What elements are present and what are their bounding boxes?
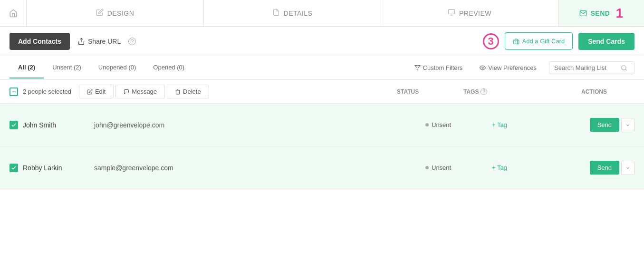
row2-expand-button[interactable] bbox=[621, 161, 634, 175]
filter-all-label: All (2) bbox=[18, 64, 35, 71]
row1-actions: Send bbox=[587, 118, 634, 132]
view-preferences-label: View Preferences bbox=[488, 64, 537, 71]
row2-checkbox[interactable] bbox=[10, 164, 18, 172]
custom-filters-button[interactable]: Custom Filters bbox=[406, 58, 471, 78]
search-mailing-container[interactable] bbox=[549, 61, 634, 74]
delete-label: Delete bbox=[183, 88, 201, 95]
tab-preview[interactable]: PREVIEW bbox=[381, 0, 558, 26]
tab-design[interactable]: DESIGN bbox=[27, 0, 204, 26]
row1-tag-button[interactable]: + Tag bbox=[492, 121, 587, 128]
details-icon bbox=[272, 9, 280, 18]
actions-header: Actions bbox=[581, 88, 607, 95]
row2-actions: Send bbox=[587, 161, 634, 175]
filter-tab-opened[interactable]: Opened (0) bbox=[144, 57, 193, 78]
deselect-all-button[interactable]: − bbox=[10, 88, 18, 96]
row1-status-dot bbox=[425, 123, 429, 126]
edit-button[interactable]: Edit bbox=[79, 85, 114, 98]
add-gift-card-button[interactable]: Add a Gift Card bbox=[505, 32, 573, 50]
tags-header: Tags bbox=[463, 88, 479, 95]
share-url-label: Share URL bbox=[88, 38, 121, 45]
send-label: SEND bbox=[591, 10, 610, 17]
checkmark-icon bbox=[11, 165, 17, 171]
checkmark-icon bbox=[11, 122, 17, 128]
row1-checkbox[interactable] bbox=[10, 121, 18, 129]
design-icon bbox=[96, 9, 104, 18]
chevron-down-icon bbox=[625, 165, 630, 170]
home-button[interactable] bbox=[0, 0, 27, 26]
search-mailing-input[interactable] bbox=[554, 64, 621, 71]
send-step-number: 1 bbox=[615, 7, 623, 20]
send-cards-button[interactable]: Send Cards bbox=[578, 33, 634, 50]
tags-help-icon[interactable]: ? bbox=[481, 88, 487, 95]
design-label: DESIGN bbox=[107, 10, 135, 17]
preview-label: PREVIEW bbox=[459, 10, 491, 17]
add-contacts-button[interactable]: Add Contacts bbox=[10, 33, 70, 50]
edit-label: Edit bbox=[95, 88, 106, 95]
row1-status: Unsent bbox=[425, 121, 492, 128]
row2-status-dot bbox=[425, 166, 429, 169]
add-gift-label: Add a Gift Card bbox=[522, 38, 565, 45]
top-navigation: DESIGN DETAILS PREVIEW SEND 1 bbox=[0, 0, 644, 27]
row2-status: Unsent bbox=[425, 164, 492, 171]
row1-email: john@greenvelope.com bbox=[94, 121, 425, 129]
svg-rect-0 bbox=[448, 10, 454, 14]
filter-bar: All (2) Unsent (2) Unopened (0) Opened (… bbox=[0, 56, 644, 80]
message-icon bbox=[124, 89, 129, 95]
message-button[interactable]: Message bbox=[115, 85, 165, 98]
chevron-down-icon bbox=[625, 123, 630, 127]
search-icon bbox=[621, 65, 627, 71]
svg-line-8 bbox=[625, 69, 627, 70]
filter-tab-all[interactable]: All (2) bbox=[10, 57, 44, 78]
tab-send[interactable]: SEND 1 bbox=[558, 0, 644, 26]
svg-point-6 bbox=[482, 67, 483, 68]
filter-unsent-label: Unsent (2) bbox=[52, 64, 81, 71]
status-header: Status bbox=[397, 88, 419, 95]
step3-badge: 3 bbox=[483, 33, 499, 49]
message-label: Message bbox=[132, 88, 157, 95]
delete-icon bbox=[175, 89, 181, 95]
filter-tab-unopened[interactable]: Unopened (0) bbox=[90, 57, 145, 78]
svg-point-7 bbox=[622, 65, 626, 69]
delete-button[interactable]: Delete bbox=[167, 85, 209, 98]
selection-bar: − 2 people selected Edit Message Delete … bbox=[0, 80, 644, 104]
table-row: John Smith john@greenvelope.com Unsent +… bbox=[0, 104, 644, 146]
selected-count-label: 2 people selected bbox=[23, 88, 71, 95]
custom-filters-label: Custom Filters bbox=[423, 64, 463, 71]
filter-opened-label: Opened (0) bbox=[153, 64, 184, 71]
row2-send-button[interactable]: Send bbox=[590, 161, 619, 175]
edit-icon bbox=[87, 89, 93, 95]
share-url-button[interactable]: Share URL bbox=[77, 38, 121, 45]
svg-rect-4 bbox=[513, 40, 519, 44]
toolbar: Add Contacts Share URL ? 3 Add a Gift Ca… bbox=[0, 27, 644, 56]
row1-name: John Smith bbox=[23, 121, 94, 129]
filter-tab-unsent[interactable]: Unsent (2) bbox=[44, 57, 90, 78]
view-preferences-button[interactable]: View Preferences bbox=[471, 58, 545, 78]
help-icon[interactable]: ? bbox=[128, 38, 136, 45]
row2-email: sample@greenvelope.com bbox=[94, 164, 425, 172]
filter-unopened-label: Unopened (0) bbox=[98, 64, 136, 71]
row1-send-button[interactable]: Send bbox=[590, 118, 619, 132]
row2-name: Robby Larkin bbox=[23, 164, 94, 172]
details-label: DETAILS bbox=[284, 10, 313, 17]
preview-icon bbox=[448, 9, 455, 18]
svg-marker-5 bbox=[415, 66, 420, 70]
tab-details[interactable]: DETAILS bbox=[204, 0, 381, 26]
row2-tag-button[interactable]: + Tag bbox=[492, 164, 587, 171]
table-row: Robby Larkin sample@greenvelope.com Unse… bbox=[0, 146, 644, 189]
row1-expand-button[interactable] bbox=[621, 118, 634, 132]
toolbar-left: Add Contacts Share URL ? bbox=[10, 33, 136, 50]
toolbar-right: 3 Add a Gift Card Send Cards bbox=[483, 32, 634, 50]
